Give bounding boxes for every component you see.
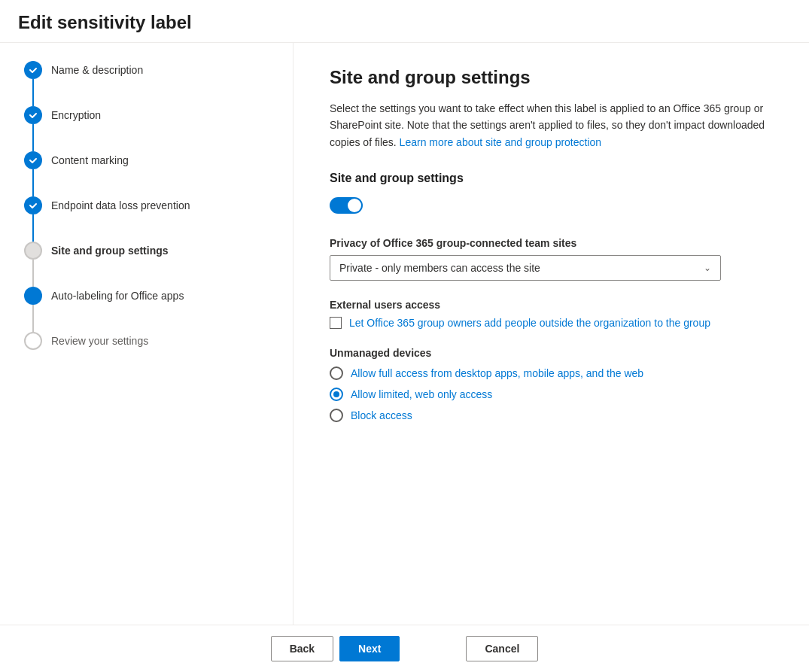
external-users-section: External users access Let Office 365 gro… — [330, 299, 773, 329]
external-users-label: External users access — [330, 299, 773, 311]
step-content-marking: Content marking — [24, 151, 293, 196]
section-title: Site and group settings — [330, 67, 773, 88]
step-label-4: Endpoint data loss prevention — [51, 196, 190, 214]
radio-full-access-button[interactable] — [330, 366, 343, 380]
cancel-button[interactable]: Cancel — [466, 636, 538, 661]
unmanaged-devices-label: Unmanaged devices — [330, 347, 773, 359]
step-endpoint-dlp: Endpoint data loss prevention — [24, 196, 293, 242]
external-users-checkbox-item: Let Office 365 group owners add people o… — [330, 317, 773, 329]
step-encryption: Encryption — [24, 106, 293, 151]
radio-block-access: Block access — [330, 409, 773, 422]
radio-limited-access-button[interactable] — [330, 388, 343, 401]
site-group-settings-toggle[interactable] — [330, 197, 363, 214]
radio-limited-access: Allow limited, web only access — [330, 388, 773, 401]
next-button[interactable]: Next — [339, 636, 400, 661]
page-header: Edit sensitivity label — [0, 0, 809, 43]
step-label-5: Site and group settings — [51, 242, 169, 259]
step-label-3: Content marking — [51, 151, 129, 169]
step-label-1: Name & description — [51, 61, 143, 78]
learn-more-link[interactable]: Learn more about site and group protecti… — [400, 136, 602, 148]
radio-block-access-label: Block access — [351, 409, 412, 421]
step-line-1 — [32, 79, 34, 106]
step-connector-1 — [24, 61, 42, 106]
step-connector-3 — [24, 151, 42, 196]
step-circle-2 — [24, 106, 42, 124]
content-area: Site and group settings Select the setti… — [293, 43, 809, 625]
external-users-checkbox[interactable] — [330, 317, 342, 329]
step-label-7: Review your settings — [51, 332, 148, 349]
step-connector-5 — [24, 242, 42, 287]
step-label-6: Auto-labeling for Office apps — [51, 287, 184, 304]
footer: Back Next Cancel — [0, 625, 809, 672]
sub-section-title: Site and group settings — [330, 172, 773, 185]
privacy-dropdown[interactable]: Private - only members can access the si… — [330, 255, 721, 281]
main-content: Name & description Encryption — [0, 43, 809, 625]
step-circle-7 — [24, 332, 42, 350]
sidebar: Name & description Encryption — [0, 43, 293, 625]
step-circle-3 — [24, 151, 42, 169]
step-label-2: Encryption — [51, 106, 101, 123]
step-circle-4 — [24, 196, 42, 214]
step-connector-4 — [24, 196, 42, 242]
radio-limited-access-label: Allow limited, web only access — [351, 388, 492, 400]
step-name-description: Name & description — [24, 61, 293, 106]
unmanaged-devices-section: Unmanaged devices Allow full access from… — [330, 347, 773, 422]
step-connector-6 — [24, 287, 42, 332]
step-line-6 — [32, 305, 34, 332]
step-line-5 — [32, 260, 34, 287]
step-line-4 — [32, 214, 34, 242]
privacy-dropdown-container: Privacy of Office 365 group-connected te… — [330, 237, 721, 281]
radio-block-access-button[interactable] — [330, 409, 343, 422]
chevron-down-icon: ⌄ — [704, 263, 711, 273]
step-connector-7 — [24, 332, 42, 350]
back-button[interactable]: Back — [271, 636, 333, 661]
description-text: Select the settings you want to take eff… — [330, 100, 773, 151]
step-circle-1 — [24, 61, 42, 79]
step-connector-2 — [24, 106, 42, 151]
radio-limited-access-indicator — [333, 391, 339, 397]
step-site-group: Site and group settings — [24, 242, 293, 287]
radio-full-access-label: Allow full access from desktop apps, mob… — [351, 367, 643, 379]
toggle-container — [330, 197, 773, 216]
step-line-2 — [32, 124, 34, 151]
step-auto-labeling: Auto-labeling for Office apps — [24, 287, 293, 332]
page-title: Edit sensitivity label — [18, 12, 791, 33]
privacy-dropdown-value: Private - only members can access the si… — [339, 262, 540, 274]
privacy-field-label: Privacy of Office 365 group-connected te… — [330, 237, 721, 249]
step-line-3 — [32, 169, 34, 196]
step-review: Review your settings — [24, 332, 293, 350]
step-circle-6 — [24, 287, 42, 305]
external-users-checkbox-label: Let Office 365 group owners add people o… — [349, 317, 710, 329]
radio-full-access: Allow full access from desktop apps, mob… — [330, 366, 773, 380]
step-circle-5 — [24, 242, 42, 260]
